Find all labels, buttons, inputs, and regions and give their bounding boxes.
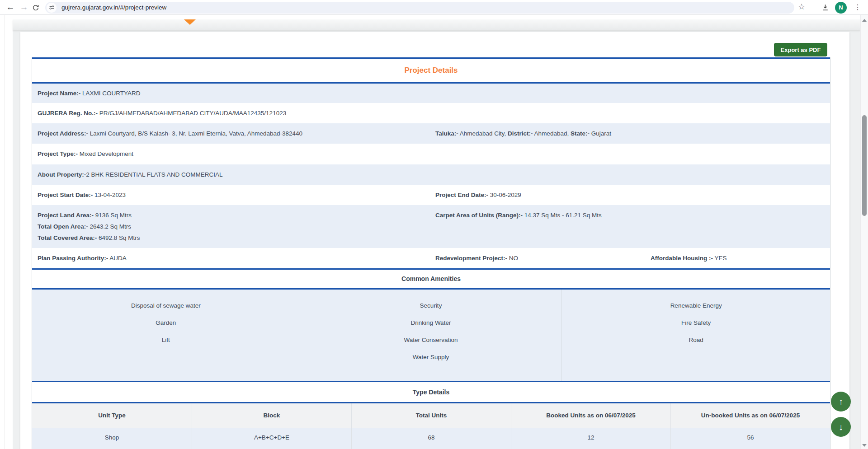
land-area-value: 9136 Sq Mtrs <box>94 212 132 219</box>
field-row-project-name: Project Name:- LAXMI COURTYARD <box>32 84 830 103</box>
field-row-reg-no: GUJRERA Reg. No.:- PR/GJ/AHMEDABAD/AHMED… <box>32 103 830 123</box>
export-pdf-button[interactable]: Export as PDF <box>774 43 827 56</box>
active-tab-arrow-icon <box>184 19 196 25</box>
district-label: District:- <box>508 130 533 137</box>
plan-authority-value: AUDA <box>108 255 127 262</box>
col-header-block: Block <box>192 403 351 428</box>
redevelopment-label: Redevelopment Project:- <box>435 255 507 262</box>
covered-area-line: Total Covered Area:- 6492.8 Sq Mtrs <box>38 232 830 243</box>
covered-area-value: 6492.8 Sq Mtrs <box>97 234 140 241</box>
district-value: Ahmedabad, <box>533 130 569 137</box>
affordable-label: Affordable Housing :- <box>651 255 713 262</box>
profile-avatar[interactable]: N <box>835 2 847 14</box>
taluka-value: Ahmedabad City, <box>458 130 506 137</box>
start-date-label: Project Start Date:- <box>38 192 93 198</box>
amenity-item: Water Conservation <box>300 332 562 349</box>
affordable-value: YES <box>713 255 727 262</box>
down-arrow-icon: ↓ <box>839 422 843 432</box>
amenity-item: Security <box>300 297 562 314</box>
field-row-authority: Plan Passing Authority:- AUDA Redevelopm… <box>32 248 830 268</box>
browser-menu-icon[interactable]: ⋮ <box>851 0 864 15</box>
amenities-column-3: Renewable Energy Fire Safety Road <box>561 290 830 381</box>
cell-unbooked-units: 56 <box>670 428 830 449</box>
amenity-item: Garden <box>32 314 300 332</box>
about-property-label: About Property:- <box>38 171 86 178</box>
field-row-dates: Project Start Date:- 13-04-2023 Project … <box>32 185 830 205</box>
back-icon[interactable]: ← <box>4 0 17 15</box>
browser-toolbar: ← → gujrera.gujarat.gov.in/#/project-pre… <box>0 0 868 15</box>
end-date-value: 30-06-2029 <box>488 192 521 198</box>
cell-total-units: 68 <box>351 428 511 449</box>
scrollbar-thumb[interactable] <box>862 115 867 216</box>
plan-authority-label: Plan Passing Authority:- <box>38 255 108 262</box>
reg-no-label: GUJRERA Reg. No.:- <box>38 110 98 117</box>
project-name-value: LAXMI COURTYARD <box>80 90 140 97</box>
amenity-item: Road <box>562 332 830 349</box>
site-info-icon[interactable] <box>47 3 57 13</box>
location-cell: Taluka:- Ahmedabad City, District:- Ahme… <box>435 123 611 144</box>
redevelopment-cell: Redevelopment Project:- NO <box>435 248 518 268</box>
common-amenities-header: Common Amenities <box>32 268 830 290</box>
field-row-project-type: Project Type:- Mixed Development <box>32 144 830 164</box>
field-row-address: Project Address:- Laxmi Courtyard, B/S K… <box>32 123 830 144</box>
cell-unit-type: Shop <box>32 428 192 449</box>
address-bar[interactable]: gujrera.gujarat.gov.in/#/project-preview <box>45 2 794 14</box>
open-area-label: Total Open Area:- <box>38 223 88 230</box>
url-text[interactable]: gujrera.gujarat.gov.in/#/project-preview <box>61 2 166 14</box>
field-row-about-property: About Property:-2 BHK RESIDENTIAL FLATS … <box>32 164 830 185</box>
type-details-column-headers: Unit Type Block Total Units Booked Units… <box>32 403 830 428</box>
amenity-item: Disposal of sewage water <box>32 297 300 314</box>
vertical-scrollbar[interactable] <box>860 15 868 449</box>
cell-block: A+B+C+D+E <box>192 428 351 449</box>
end-date-label: Project End Date:- <box>435 192 488 198</box>
redevelopment-value: NO <box>507 255 518 262</box>
reload-icon[interactable] <box>29 0 42 15</box>
field-row-areas: Project Land Area:- 9136 Sq Mtrs Total O… <box>32 205 830 248</box>
type-details-header: Type Details <box>32 381 830 403</box>
project-preview-card: Export as PDF Project Details Project Na… <box>20 32 849 449</box>
download-icon[interactable] <box>818 0 832 15</box>
col-header-booked-units: Booked Units as on 06/07/2025 <box>511 403 670 428</box>
amenities-grid: Disposal of sewage water Garden Lift Sec… <box>32 290 830 381</box>
page-left-divider <box>5 15 5 449</box>
carpet-area-label: Carpet Area of Units (Range):- <box>435 212 523 219</box>
amenities-column-1: Disposal of sewage water Garden Lift <box>32 290 300 381</box>
carpet-area-cell: Carpet Area of Units (Range):- 14.37 Sq … <box>435 210 602 221</box>
state-label: State:- <box>571 130 590 137</box>
end-date-cell: Project End Date:- 30-06-2029 <box>435 185 521 205</box>
amenity-item: Water Supply <box>300 349 562 366</box>
about-property-value: 2 BHK RESIDENTIAL FLATS AND COMMERCIAL <box>86 171 222 178</box>
scroll-to-top-button[interactable]: ↑ <box>831 392 851 412</box>
amenity-item: Drinking Water <box>300 314 562 332</box>
bookmark-star-icon[interactable]: ☆ <box>795 0 808 15</box>
scrollbar-up-arrow-icon[interactable] <box>862 19 867 22</box>
col-header-total-units: Total Units <box>351 403 511 428</box>
col-header-unbooked-units: Un-booked Units as on 06/07/2025 <box>670 403 830 428</box>
taluka-label: Taluka:- <box>435 130 458 137</box>
col-header-unit-type: Unit Type <box>32 403 192 428</box>
cell-booked-units: 12 <box>511 428 670 449</box>
open-area-line: Total Open Area:- 2643.2 Sq Mtrs <box>38 221 830 232</box>
reg-no-value: PR/GJ/AHMEDABAD/AHMEDABAD CITY/AUDA/MAA1… <box>98 110 286 117</box>
carpet-area-value: 14.37 Sq Mts - 61.21 Sq Mts <box>523 212 602 219</box>
land-area-label: Project Land Area:- <box>38 212 94 219</box>
amenity-item: Renewable Energy <box>562 297 830 314</box>
up-arrow-icon: ↑ <box>839 397 843 407</box>
page-title: Project Details <box>32 57 830 84</box>
affordable-housing-cell: Affordable Housing :- YES <box>651 248 727 268</box>
browser-window: ← → gujrera.gujarat.gov.in/#/project-pre… <box>0 0 868 449</box>
covered-area-label: Total Covered Area:- <box>38 234 97 241</box>
scroll-to-bottom-button[interactable]: ↓ <box>831 417 851 437</box>
address-value: Laxmi Courtyard, B/S Kalash- 3, Nr. Laxm… <box>88 130 302 137</box>
scrollbar-down-arrow-icon[interactable] <box>862 444 867 447</box>
project-name-label: Project Name:- <box>38 90 80 97</box>
nav-band <box>13 19 860 30</box>
amenity-item: Fire Safety <box>562 314 830 332</box>
table-row: Shop A+B+C+D+E 68 12 56 <box>32 428 830 449</box>
start-date-value: 13-04-2023 <box>93 192 126 198</box>
address-label: Project Address:- <box>38 130 88 137</box>
open-area-value: 2643.2 Sq Mtrs <box>88 223 131 230</box>
project-type-label: Project Type:- <box>38 150 78 157</box>
state-value: Gujarat <box>590 130 611 137</box>
project-type-value: Mixed Development <box>78 150 133 157</box>
